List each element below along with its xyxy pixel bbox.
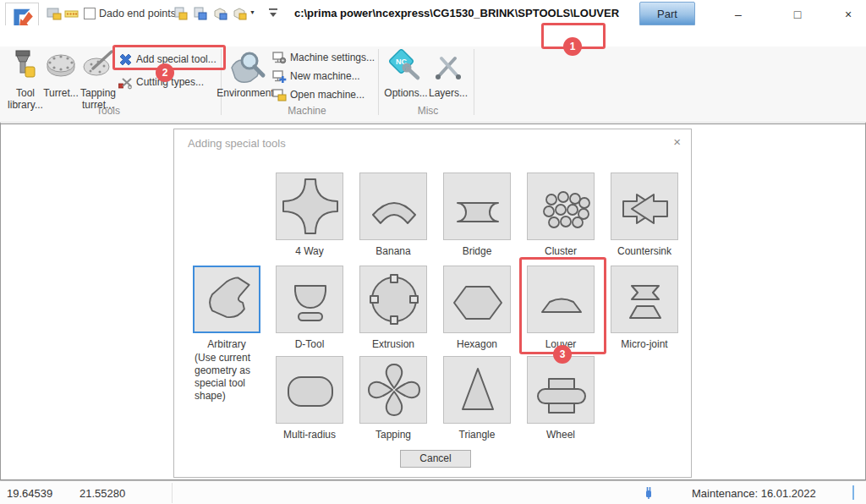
layers-label: Layers... xyxy=(428,87,469,99)
copy-save-icon[interactable] xyxy=(193,7,208,24)
tool-library-icon xyxy=(8,49,41,83)
tool-banana[interactable]: Banana xyxy=(359,173,427,257)
statusbar-separator xyxy=(172,483,173,503)
cluster-shape-icon xyxy=(528,173,594,240)
import-part-icon[interactable] xyxy=(213,7,228,24)
turret-button[interactable] xyxy=(44,52,78,82)
arbitrary-shape-icon xyxy=(195,267,259,331)
machine-settings-icon xyxy=(272,51,287,64)
open-machine-label: Open machine... xyxy=(290,89,364,101)
new-machine-label: New machine... xyxy=(290,70,360,82)
bridge-shape-icon xyxy=(444,173,510,240)
options-button[interactable]: NC xyxy=(387,49,425,88)
part-tab[interactable]: Part xyxy=(639,2,695,25)
cutting-types-icon xyxy=(118,75,133,90)
tool-d-tool[interactable]: D-Tool xyxy=(276,266,343,350)
maintenance-icon xyxy=(644,485,654,502)
annotation-badge-1: 1 xyxy=(563,37,582,56)
turret-icon xyxy=(44,52,78,79)
tapping-turret-button[interactable] xyxy=(79,50,117,82)
banana-shape-icon xyxy=(360,173,426,240)
tool-cluster[interactable]: Cluster xyxy=(527,173,595,257)
options-icon: NC xyxy=(387,49,425,85)
dialog-close-icon[interactable]: × xyxy=(673,134,681,149)
tool-multi-radius[interactable]: Multi-radius xyxy=(276,356,343,441)
add-special-tool-label: Add special tool... xyxy=(136,53,216,65)
tapping-shape-icon xyxy=(360,356,426,424)
machine-settings-button[interactable]: Machine settings... xyxy=(272,50,375,65)
adding-special-tools-dialog: Adding special tools × 4 Way Banana Brid… xyxy=(173,129,692,478)
tool-louver[interactable]: Louver xyxy=(527,266,595,350)
hexagon-shape-icon xyxy=(444,266,510,333)
misc-group-label: Misc xyxy=(411,105,445,117)
open-machine-button[interactable]: Open machine... xyxy=(272,87,364,102)
measure-ruler-icon[interactable] xyxy=(64,7,79,24)
window-title: c:\prima power\ncexpress\CG1530_BRINK\SP… xyxy=(279,7,634,19)
new-machine-icon xyxy=(272,69,287,83)
machine-group-label: Machine xyxy=(282,105,332,117)
statusbar: 19.64539 21.55280 Maintenance: 16.01.202… xyxy=(0,480,866,504)
group-separator xyxy=(378,49,379,115)
open-machine-icon xyxy=(272,88,287,101)
menubar: File View Edit Drawing Tooling Process S… xyxy=(0,25,866,47)
maintenance-date: Maintenance: 16.01.2022 xyxy=(692,487,816,500)
annotation-badge-2: 2 xyxy=(156,63,174,82)
tool-triangle[interactable]: Triangle xyxy=(443,356,511,441)
tool-4way[interactable]: 4 Way xyxy=(276,173,343,257)
d-tool-shape-icon xyxy=(277,266,343,333)
annotation-badge-3: 3 xyxy=(553,345,572,364)
environment-button[interactable] xyxy=(227,49,267,88)
tools-group-label: Tools xyxy=(83,105,134,117)
coordinate-x: 19.64539 xyxy=(7,487,52,500)
dado-end-points-checkbox[interactable] xyxy=(84,8,96,19)
louver-shape-icon xyxy=(528,266,594,333)
tool-extrusion[interactable]: Extrusion xyxy=(359,266,427,350)
tool-arbitrary[interactable]: Arbitrary xyxy=(193,266,260,350)
ribbon: Tool library... Turret... Tapping turret… xyxy=(0,47,866,123)
tool-tapping[interactable]: Tapping xyxy=(359,356,427,441)
countersink-shape-icon xyxy=(611,173,677,240)
tool-wheel[interactable]: Wheel xyxy=(527,356,595,441)
copy-to-folder-icon[interactable] xyxy=(173,7,189,24)
options-label: Options... xyxy=(382,87,430,99)
qat-customize-icon[interactable] xyxy=(267,7,279,22)
coordinate-y: 21.55280 xyxy=(79,487,125,500)
export-part-icon[interactable] xyxy=(233,7,248,24)
layers-icon xyxy=(431,52,465,82)
environment-icon xyxy=(227,49,267,85)
new-machine-button[interactable]: New machine... xyxy=(272,68,360,84)
arbitrary-note: (Use current geometry as special tool sh… xyxy=(195,352,267,403)
machine-settings-label: Machine settings... xyxy=(290,52,375,63)
4way-shape-icon xyxy=(277,173,343,240)
statusbar-end-marker xyxy=(852,485,854,500)
tool-bridge[interactable]: Bridge xyxy=(443,173,511,257)
cancel-button[interactable]: Cancel xyxy=(400,450,471,468)
dialog-title: Adding special tools xyxy=(188,137,286,150)
multi-radius-shape-icon xyxy=(277,356,343,424)
maximize-button[interactable]: □ xyxy=(783,5,812,24)
tapping-turret-icon xyxy=(79,50,117,79)
tool-micro-joint[interactable]: Micro-joint xyxy=(611,266,678,350)
close-button[interactable]: × xyxy=(834,5,863,24)
triangle-shape-icon xyxy=(444,356,510,424)
add-special-tool-icon xyxy=(118,52,133,67)
wheel-shape-icon xyxy=(528,356,594,424)
minimize-button[interactable]: – xyxy=(724,5,753,24)
save-layout-icon[interactable] xyxy=(47,7,62,24)
group-separator xyxy=(221,49,222,115)
dado-end-points-label: Dado end points xyxy=(99,8,176,19)
extrusion-shape-icon xyxy=(360,266,426,333)
group-separator xyxy=(474,49,474,115)
tool-hexagon[interactable]: Hexagon xyxy=(443,266,511,350)
layers-button[interactable] xyxy=(431,52,465,85)
tool-library-button[interactable] xyxy=(8,49,41,86)
export-dropdown-arrow-icon[interactable]: ▼ xyxy=(249,9,255,15)
micro-joint-shape-icon xyxy=(611,266,677,333)
titlebar: Dado end points ▼ c:\prima power\ncexpre… xyxy=(0,0,866,25)
app-window: Dado end points ▼ c:\prima power\ncexpre… xyxy=(0,0,866,504)
tool-countersink[interactable]: Countersink xyxy=(611,173,678,257)
